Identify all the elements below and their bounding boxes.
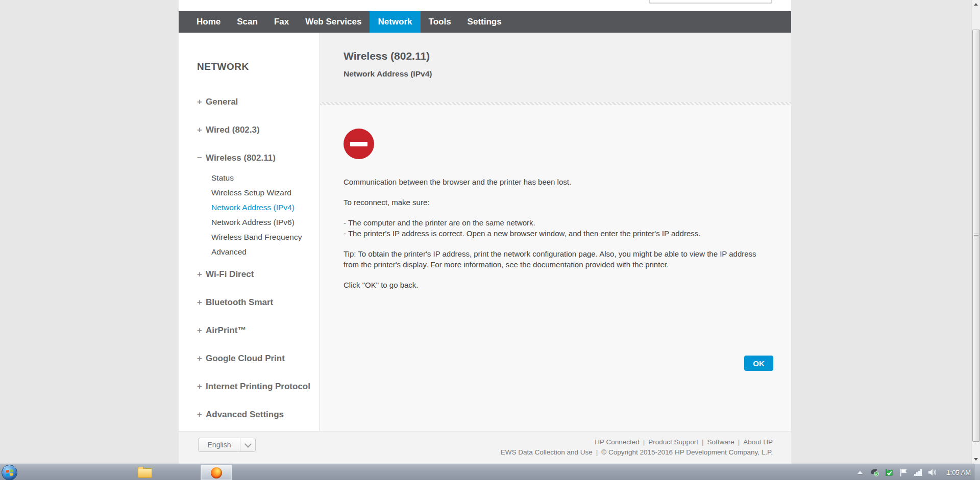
expand-plus-icon: + [197,325,206,336]
separator: | [734,438,744,446]
chevron-down-icon [244,441,251,448]
start-button[interactable] [2,465,17,480]
device-icon[interactable] [870,468,879,476]
action-center-flag-icon[interactable] [899,468,908,477]
scrollbar-thumb[interactable] [972,30,980,442]
footer-links: HP Connected|Product Support|Software|Ab… [501,437,773,458]
sidebar-item-bluetooth-smart[interactable]: +Bluetooth Smart [197,297,320,325]
sidebar-item-label: Internet Printing Protocol [206,382,310,391]
tab-scan[interactable]: Scan [229,11,266,33]
scroll-up-button[interactable] [972,0,980,9]
folder-icon [138,468,152,478]
error-panel: Communication between the browser and th… [320,105,791,290]
minus-circle-icon [344,129,374,159]
language-dropdown-button[interactable] [240,442,255,447]
checklist-item: - The computer and the printer are on th… [344,217,768,228]
sidebar-item-label: Google Cloud Print [206,353,285,363]
link-hp-connected[interactable]: HP Connected [595,438,640,446]
sidebar-item-label: Advanced Settings [206,410,284,419]
separator: | [640,438,649,446]
scrollbar-grip [974,234,978,238]
vertical-scrollbar[interactable] [971,0,980,464]
closing-text: Click "OK" to go back. [344,280,768,290]
sidebar-title: NETWORK [197,61,320,72]
tip-text: Tip: To obtain the printer's IP address,… [344,248,768,270]
expand-plus-icon: + [197,125,206,135]
sidebar-item-wireless[interactable]: −Wireless (802.11) [197,153,320,163]
wireless-submenu: Status Wireless Setup Wizard Network Add… [197,172,320,261]
expand-plus-icon: + [197,410,206,420]
sidebar-item-wired[interactable]: +Wired (802.3) [197,125,320,153]
page-footer: English HP Connected|Product Support|Sof… [179,431,791,464]
sidebar: NETWORK +General +Wired (802.3) −Wireles… [179,33,320,431]
body-row: NETWORK +General +Wired (802.3) −Wireles… [179,33,791,431]
chevron-up-icon [857,471,863,474]
system-tray: 1:05 AM [856,464,973,480]
sidebar-item-airprint[interactable]: +AirPrint™ [197,325,320,353]
expand-plus-icon: + [197,382,206,392]
error-message: Communication between the browser and th… [344,176,768,187]
sidebar-subitem-network-address-ipv6[interactable]: Network Address (IPv6) [211,217,320,232]
expand-plus-icon: + [197,97,206,107]
page-title: Wireless (802.11) [344,50,791,62]
expand-plus-icon: + [197,297,206,308]
page-subtitle: Network Address (IPv4) [344,69,791,79]
expand-plus-icon: + [197,269,206,280]
sidebar-item-internet-printing-protocol[interactable]: +Internet Printing Protocol [197,382,320,410]
sidebar-item-label: Bluetooth Smart [206,297,273,307]
windows-taskbar: 1:05 AM [0,464,980,480]
sidebar-subitem-wireless-band-frequency[interactable]: Wireless Band Frequency [211,232,320,246]
triangle-up-icon [974,3,978,6]
firefox-taskbar-button[interactable] [201,465,232,480]
language-select[interactable]: English [198,438,256,452]
link-product-support[interactable]: Product Support [648,438,698,446]
link-software[interactable]: Software [707,438,734,446]
top-strip [179,0,791,11]
safely-remove-icon[interactable] [885,468,894,477]
link-about-hp[interactable]: About HP [743,438,773,446]
tab-home[interactable]: Home [188,11,229,33]
reconnect-checklist: - The computer and the printer are on th… [344,217,768,239]
taskbar-clock[interactable]: 1:05 AM [946,469,971,476]
tab-tools[interactable]: Tools [421,11,459,33]
separator: | [698,438,707,446]
sidebar-item-general[interactable]: +General [197,97,320,125]
expand-plus-icon: + [197,353,206,364]
network-signal-icon[interactable] [914,469,922,476]
ews-page: Home Scan Fax Web Services Network Tools… [179,0,791,464]
sidebar-item-google-cloud-print[interactable]: +Google Cloud Print [197,353,320,382]
sidebar-item-label: Wireless (802.11) [206,153,276,163]
sidebar-subitem-wireless-setup-wizard[interactable]: Wireless Setup Wizard [211,187,320,202]
tab-network[interactable]: Network [370,11,420,33]
scroll-down-button[interactable] [972,455,980,464]
ok-button[interactable]: OK [744,356,773,371]
copyright-text: © Copyright 2015-2016 HP Development Com… [601,448,773,456]
sidebar-item-advanced-settings[interactable]: +Advanced Settings [197,410,320,431]
volume-icon[interactable] [928,468,938,476]
sidebar-subitem-network-address-ipv4[interactable]: Network Address (IPv4) [211,202,320,217]
main-content: Wireless (802.11) Network Address (IPv4)… [320,33,791,431]
search-input[interactable] [649,0,772,4]
sidebar-item-wifi-direct[interactable]: +Wi-Fi Direct [197,269,320,297]
sidebar-subitem-advanced[interactable]: Advanced [211,246,320,261]
footer-copyright-row: EWS Data Collection and Use|© Copyright … [501,447,773,458]
tab-fax[interactable]: Fax [266,11,297,33]
page-header: Wireless (802.11) Network Address (IPv4) [320,33,791,102]
link-ews-data-collection[interactable]: EWS Data Collection and Use [501,448,593,456]
show-desktop-button[interactable] [974,464,980,480]
windows-logo-icon [6,469,13,476]
footer-links-row: HP Connected|Product Support|Software|Ab… [501,437,773,447]
sidebar-subitem-status[interactable]: Status [211,172,320,187]
collapse-minus-icon: − [197,153,206,163]
firefox-icon [211,467,222,478]
tab-settings[interactable]: Settings [459,11,510,33]
main-navigation: Home Scan Fax Web Services Network Tools… [179,11,791,33]
show-hidden-icons-button[interactable] [856,467,864,477]
sidebar-item-label: Wired (802.3) [206,125,260,135]
checklist-item: - The printer's IP address is correct. O… [344,228,768,239]
sidebar-item-label: General [206,97,238,107]
explorer-taskbar-button[interactable] [137,467,153,479]
tab-web-services[interactable]: Web Services [297,11,370,33]
reconnect-intro: To reconnect, make sure: [344,197,768,208]
minus-bar [350,142,368,146]
